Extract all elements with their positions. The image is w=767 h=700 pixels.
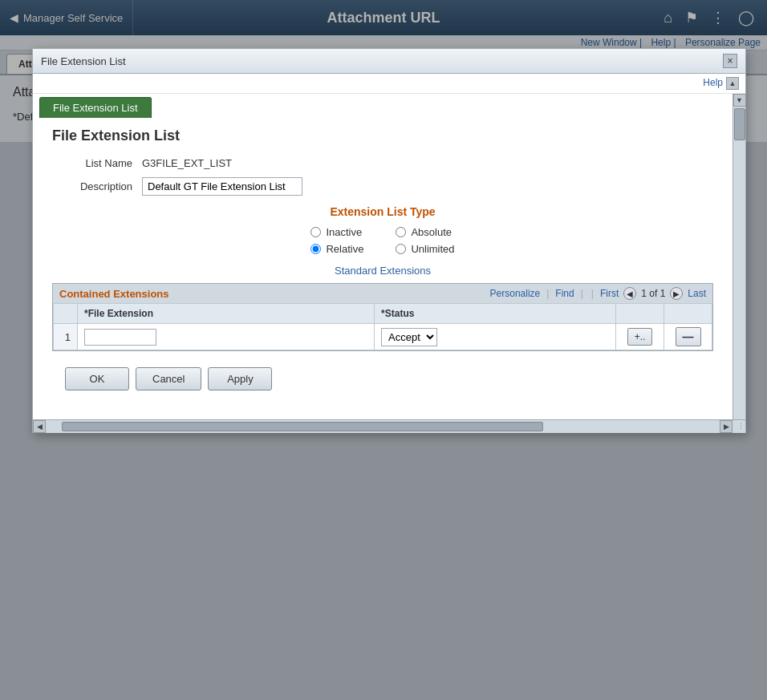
radio-relative-input[interactable] bbox=[310, 244, 321, 254]
table-section-title: Contained Extensions bbox=[59, 288, 169, 300]
h-scroll-left[interactable]: ◀ bbox=[33, 420, 46, 433]
col-del bbox=[664, 304, 712, 324]
radio-inactive-label: Inactive bbox=[326, 226, 362, 238]
dialog: File Extension List × Help ▲ File Extens… bbox=[32, 48, 746, 433]
table-row: 1 Accept Reject bbox=[54, 324, 712, 350]
dialog-tab-bar: File Extension List bbox=[33, 94, 733, 118]
radio-unlimited-label: Unlimited bbox=[411, 243, 454, 255]
col-rownum bbox=[54, 304, 78, 324]
first-link[interactable]: First bbox=[600, 288, 619, 299]
list-name-value: G3FILE_EXT_LIST bbox=[142, 157, 232, 169]
file-ext-input[interactable] bbox=[84, 329, 156, 346]
apply-button[interactable]: Apply bbox=[208, 367, 272, 390]
cell-del: — bbox=[664, 324, 712, 350]
col-file-ext: *File Extension bbox=[78, 304, 375, 324]
sep1: | bbox=[546, 288, 549, 299]
dialog-page-title: File Extension List bbox=[52, 127, 713, 144]
delete-row-button[interactable]: — bbox=[676, 327, 701, 346]
ext-list-type-title: Extension List Type bbox=[52, 205, 713, 218]
resize-corner[interactable]: ⋮ bbox=[733, 420, 745, 433]
col-add bbox=[616, 304, 664, 324]
dialog-titlebar: File Extension List × bbox=[33, 49, 745, 74]
last-link[interactable]: Last bbox=[688, 288, 706, 299]
prev-page-arrow[interactable]: ◀ bbox=[623, 287, 636, 300]
radio-unlimited: Unlimited bbox=[396, 243, 454, 255]
scroll-down-arrow[interactable]: ▼ bbox=[733, 94, 746, 107]
dialog-title-text: File Extension List bbox=[41, 55, 126, 67]
sep2: | bbox=[581, 288, 583, 299]
row-number: 1 bbox=[54, 324, 78, 350]
description-row: Description bbox=[52, 177, 713, 196]
radio-col-right: Absolute Unlimited bbox=[396, 226, 454, 255]
cell-add: +.. bbox=[616, 324, 664, 350]
status-select[interactable]: Accept Reject bbox=[381, 328, 437, 346]
list-name-row: List Name G3FILE_EXT_LIST bbox=[52, 157, 713, 169]
cell-file-ext bbox=[78, 324, 375, 350]
radio-absolute: Absolute bbox=[396, 226, 454, 238]
dialog-body: File Extension List File Extension List … bbox=[33, 94, 733, 419]
personalize-table-link[interactable]: Personalize bbox=[490, 288, 541, 299]
dialog-content: File Extension List List Name G3FILE_EXT… bbox=[33, 118, 733, 410]
scroll-up-arrow[interactable]: ▲ bbox=[726, 77, 739, 90]
description-label: Description bbox=[52, 180, 132, 192]
status-select-wrapper: Accept Reject bbox=[381, 328, 609, 346]
table-header-bar: Contained Extensions Personalize | Find … bbox=[53, 284, 712, 303]
horizontal-scrollbar[interactable]: ◀ ▶ ⋮ bbox=[33, 419, 745, 432]
page-info: 1 of 1 bbox=[641, 288, 665, 299]
dialog-footer: OK Cancel Apply bbox=[52, 358, 713, 400]
radio-unlimited-input[interactable] bbox=[396, 244, 406, 254]
radio-inactive: Inactive bbox=[310, 226, 363, 238]
h-scroll-thumb[interactable] bbox=[62, 422, 543, 431]
list-name-label: List Name bbox=[52, 157, 132, 169]
table-container: Contained Extensions Personalize | Find … bbox=[52, 283, 713, 351]
dialog-help-bar: Help ▲ bbox=[33, 74, 745, 94]
vertical-scrollbar[interactable]: ▼ bbox=[733, 94, 745, 419]
dialog-help-link[interactable]: Help bbox=[703, 77, 723, 90]
add-row-button[interactable]: +.. bbox=[627, 328, 653, 346]
data-table: *File Extension *Status 1 bbox=[53, 303, 712, 350]
cell-status: Accept Reject bbox=[375, 324, 616, 350]
radio-inactive-input[interactable] bbox=[310, 227, 321, 237]
next-page-arrow[interactable]: ▶ bbox=[670, 287, 683, 300]
scroll-thumb[interactable] bbox=[734, 108, 745, 140]
h-scroll-right[interactable]: ▶ bbox=[720, 420, 733, 433]
radio-col-left: Inactive Relative bbox=[310, 226, 363, 255]
ok-button[interactable]: OK bbox=[65, 367, 129, 390]
radio-relative-label: Relative bbox=[326, 243, 363, 255]
dialog-tab-file-ext[interactable]: File Extension List bbox=[39, 97, 152, 118]
col-status: *Status bbox=[375, 304, 616, 324]
find-link[interactable]: Find bbox=[555, 288, 574, 299]
radio-absolute-label: Absolute bbox=[411, 226, 452, 238]
radio-grid: Inactive Relative Absolute bbox=[52, 226, 713, 255]
dialog-close-button[interactable]: × bbox=[723, 54, 737, 68]
sep3: | bbox=[591, 288, 594, 299]
radio-absolute-input[interactable] bbox=[396, 227, 406, 237]
standard-ext-title[interactable]: Standard Extensions bbox=[52, 265, 713, 277]
h-scroll-track[interactable] bbox=[46, 420, 720, 433]
radio-relative: Relative bbox=[310, 243, 363, 255]
cancel-button[interactable]: Cancel bbox=[136, 367, 201, 390]
description-input[interactable] bbox=[142, 177, 302, 196]
table-nav: Personalize | Find | | First ◀ 1 of 1 ▶ … bbox=[490, 287, 706, 300]
dialog-scrollbar-area: File Extension List File Extension List … bbox=[33, 94, 745, 419]
